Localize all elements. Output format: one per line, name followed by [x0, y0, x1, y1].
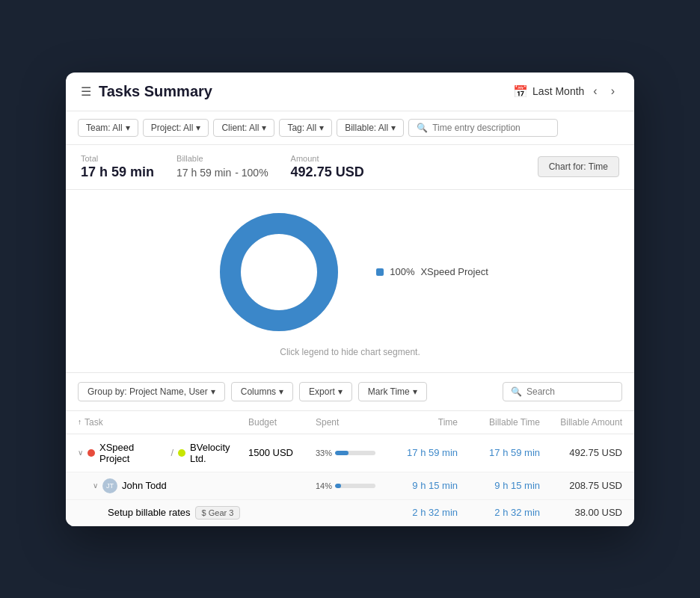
prev-period-button[interactable]: ‹ [589, 83, 601, 99]
client-name: BVelocity Ltd. [190, 442, 248, 464]
progress-bar [335, 484, 375, 488]
task-name-cell: ∨ XSpeed Project / BVelocity Ltd. [78, 442, 248, 464]
billable-value: 17 h 59 min - 100% [176, 164, 268, 180]
description-input[interactable] [432, 123, 550, 133]
col-billable-amount: Billable Amount [540, 417, 622, 428]
total-summary: Total 17 h 59 min [81, 154, 154, 180]
export-button[interactable]: Export ▾ [299, 382, 352, 401]
legend-label: XSpeed Project [420, 266, 488, 277]
avatar: JT [102, 478, 117, 493]
client-filter[interactable]: Client: All ▾ [213, 119, 274, 137]
amount-value: 492.75 USD [291, 164, 364, 180]
col-budget: Budget [248, 417, 316, 428]
spent-cell: 14% [316, 481, 375, 490]
billable-time-cell: 9 h 15 min [458, 480, 540, 491]
table-body: ∨ XSpeed Project / BVelocity Ltd. 1500 U… [66, 434, 634, 526]
header-left: ☰ Tasks Summary [81, 83, 212, 100]
chart-container: 100% 100% XSpeed Project [81, 205, 619, 339]
user-name: John Todd [122, 480, 167, 491]
header: ☰ Tasks Summary 📅 Last Month ‹ › [66, 73, 634, 111]
legend-pct: 100% [390, 266, 414, 277]
amount-cell: 208.75 USD [540, 480, 622, 491]
col-task: ↑ Task [78, 417, 248, 428]
progress-fill [335, 451, 349, 455]
mark-time-button[interactable]: Mark Time ▾ [358, 382, 427, 401]
table-header: ↑ Task Budget Spent Time Billable Time B… [66, 411, 634, 434]
tag-filter[interactable]: Tag: All ▾ [279, 119, 332, 137]
tag-badge: $ Gear 3 [195, 506, 241, 520]
task-name-cell: ∨ JT John Todd [93, 478, 248, 493]
table-search[interactable]: 🔍 [503, 382, 622, 401]
summary-bar: Total 17 h 59 min Billable 17 h 59 min -… [66, 145, 634, 190]
next-period-button[interactable]: › [607, 83, 619, 99]
billable-time-cell: 2 h 32 min [458, 507, 540, 518]
task-name: Setup billable rates [108, 507, 191, 518]
project-filter[interactable]: Project: All ▾ [143, 119, 209, 137]
billable-summary: Billable 17 h 59 min - 100% [176, 154, 268, 180]
billable-time-cell: 17 h 59 min [458, 447, 540, 458]
time-cell: 17 h 59 min [375, 447, 458, 458]
page-title: Tasks Summary [99, 83, 212, 100]
time-cell: 2 h 32 min [375, 507, 458, 518]
project-name: XSpeed Project [99, 442, 166, 464]
legend-dot [376, 268, 384, 276]
amount-cell: 38.00 USD [540, 507, 622, 518]
client-dot-green [178, 449, 185, 457]
table-search-input[interactable] [526, 386, 614, 397]
donut-center-label: 100% [265, 266, 292, 278]
donut-chart: 100% [212, 205, 346, 339]
billable-label: Billable [176, 154, 268, 163]
search-icon: 🔍 [511, 386, 522, 397]
budget-cell: 1500 USD [248, 447, 316, 458]
sort-icon[interactable]: ↑ [78, 418, 82, 426]
project-dot-red [88, 449, 95, 457]
date-label: Last Month [532, 85, 584, 97]
calendar-icon: 📅 [513, 84, 528, 99]
amount-label: Amount [291, 154, 364, 163]
chart-note: Click legend to hide chart segment. [280, 347, 420, 357]
expand-icon[interactable]: ∨ [78, 449, 83, 457]
description-search[interactable]: 🔍 [408, 119, 558, 137]
separator: / [171, 447, 174, 458]
task-name-cell: Setup billable rates $ Gear 3 [108, 506, 248, 520]
search-icon: 🔍 [417, 123, 428, 133]
col-time: Time [375, 417, 458, 428]
header-right: 📅 Last Month ‹ › [513, 83, 619, 99]
filters-bar: Team: All ▾ Project: All ▾ Client: All ▾… [66, 111, 634, 145]
total-label: Total [81, 154, 154, 163]
amount-summary: Amount 492.75 USD [291, 154, 364, 180]
legend-item[interactable]: 100% XSpeed Project [376, 266, 488, 277]
chart-section: 100% 100% XSpeed Project Click legend to… [66, 190, 634, 373]
total-value: 17 h 59 min [81, 164, 154, 180]
table-row: Setup billable rates $ Gear 3 2 h 32 min… [66, 500, 634, 526]
expand-icon[interactable]: ∨ [93, 481, 98, 490]
table-controls: Group by: Project Name, User ▾ Columns ▾… [66, 373, 634, 411]
group-by-button[interactable]: Group by: Project Name, User ▾ [78, 382, 225, 401]
col-spent: Spent [316, 417, 375, 428]
progress-bar [335, 451, 375, 455]
spent-cell: 33% [316, 449, 375, 457]
table-row: ∨ XSpeed Project / BVelocity Ltd. 1500 U… [66, 434, 634, 472]
table-row: ∨ JT John Todd 14% 9 h 15 min 9 h 15 min… [66, 472, 634, 500]
team-filter[interactable]: Team: All ▾ [78, 119, 138, 137]
chart-for-button[interactable]: Chart for: Time [538, 156, 619, 177]
main-window: ☰ Tasks Summary 📅 Last Month ‹ › Team: A… [66, 73, 634, 526]
menu-icon[interactable]: ☰ [81, 84, 91, 99]
billable-filter[interactable]: Billable: All ▾ [337, 119, 404, 137]
chart-legend: 100% XSpeed Project [376, 266, 488, 277]
amount-cell: 492.75 USD [540, 447, 622, 458]
col-billable-time: Billable Time [458, 417, 540, 428]
columns-button[interactable]: Columns ▾ [231, 382, 293, 401]
progress-fill [335, 484, 341, 488]
time-cell: 9 h 15 min [375, 480, 458, 491]
